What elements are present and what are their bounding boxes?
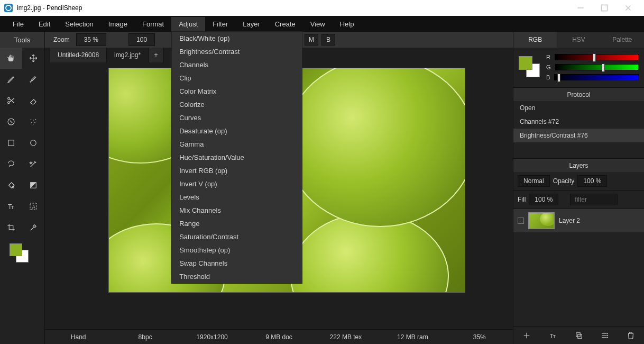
svg-rect-21 — [576, 332, 580, 337]
tool-eraser[interactable] — [22, 90, 44, 111]
g-label: G — [546, 64, 551, 70]
tool-text-box[interactable]: A — [22, 196, 44, 217]
fill-label: Fill — [518, 196, 526, 203]
svg-point-13 — [31, 140, 36, 146]
menubar: File Edit Selection Image Format Adjust … — [0, 16, 644, 32]
tool-pencil[interactable] — [0, 69, 22, 90]
adjust-mix-channels[interactable]: Mix Channels — [172, 204, 302, 217]
status-tool: Hand — [45, 333, 112, 341]
adjust-invert-v[interactable]: Invert V (op) — [172, 177, 302, 191]
menu-adjust[interactable]: Adjust Black/White (op) Brightness/Contr… — [171, 17, 205, 31]
document-tab-add[interactable]: + — [149, 48, 164, 62]
document-tab-untitled[interactable]: Untitled-26008 — [50, 48, 107, 62]
panel-fg-swatch[interactable] — [519, 56, 532, 70]
tool-brush[interactable] — [22, 69, 44, 90]
menu-layer[interactable]: Layer — [235, 17, 268, 31]
menu-image[interactable]: Image — [101, 17, 135, 31]
menu-format[interactable]: Format — [135, 17, 171, 31]
tool-move[interactable] — [22, 48, 44, 69]
adjust-brightness-contrast[interactable]: Brightness/Contrast — [172, 45, 302, 58]
adjust-invert-rgb[interactable]: Invert RGB (op) — [172, 164, 302, 177]
adjust-desaturate[interactable]: Desaturate (op) — [172, 124, 302, 138]
menu-file[interactable]: File — [5, 17, 31, 31]
menu-edit[interactable]: Edit — [31, 17, 58, 31]
opacity-label: Opacity — [553, 177, 575, 185]
tool-scissors[interactable] — [0, 90, 22, 111]
layer-row[interactable]: Layer 2 — [513, 209, 644, 232]
svg-rect-1 — [601, 5, 607, 11]
zoom-100-button[interactable]: 100 — [128, 33, 155, 46]
adjust-black-white[interactable]: Black/White (op) — [172, 32, 302, 45]
layer-settings-button[interactable] — [592, 327, 618, 344]
tool-eyedropper[interactable] — [22, 217, 44, 238]
tool-text[interactable]: TT — [0, 196, 22, 217]
tool-color-swatches[interactable] — [0, 238, 44, 268]
adjust-color-matrix[interactable]: Color Matrix — [172, 85, 302, 98]
menu-filter[interactable]: Filter — [205, 17, 235, 31]
tools-panel: Tools TT A — [0, 32, 45, 344]
color-tab-palette[interactable]: Palette — [601, 32, 644, 48]
layer-visibility-checkbox[interactable] — [518, 218, 524, 224]
zoom-value[interactable]: 35 % — [76, 33, 106, 46]
foreground-color-swatch[interactable] — [10, 243, 22, 256]
svg-point-11 — [33, 124, 34, 125]
layer-name: Layer 2 — [559, 217, 580, 224]
layer-thumbnail[interactable] — [528, 212, 555, 229]
layer-add-button[interactable] — [513, 327, 539, 344]
tool-smudge[interactable] — [0, 111, 22, 132]
adjust-smoothstep[interactable]: Smoothstep (op) — [172, 243, 302, 257]
color-tab-hsv[interactable]: HSV — [557, 32, 600, 48]
tool-hand[interactable] — [0, 48, 22, 69]
opacity-value[interactable]: 100 % — [577, 175, 607, 187]
adjust-range[interactable]: Range — [172, 217, 302, 230]
layer-duplicate-button[interactable] — [566, 327, 592, 344]
adjust-threshold[interactable]: Threshold — [172, 270, 302, 283]
protocol-item-open[interactable]: Open — [513, 101, 644, 115]
panel-color-swatches[interactable] — [519, 56, 541, 78]
menu-help[interactable]: Help — [333, 17, 362, 31]
protocol-item-brightness[interactable]: Brightness/Contrast #76 — [513, 129, 644, 142]
tool-lasso[interactable] — [0, 153, 22, 175]
r-slider[interactable] — [555, 54, 639, 60]
adjust-colorize[interactable]: Colorize — [172, 98, 302, 111]
document-tab-img2[interactable]: img2.jpg* — [107, 48, 149, 62]
protocol-list: Open Channels #72 Brightness/Contrast #7… — [513, 101, 644, 142]
tool-bucket[interactable] — [0, 175, 22, 196]
color-tab-rgb[interactable]: RGB — [513, 32, 557, 48]
menu-adjust-label: Adjust — [179, 20, 198, 28]
protocol-item-channels[interactable]: Channels #72 — [513, 115, 644, 129]
adjust-channels[interactable]: Channels — [172, 58, 302, 71]
layers-header: Layers — [513, 158, 644, 172]
tool-crop[interactable] — [0, 217, 22, 238]
tool-gradient[interactable] — [22, 175, 44, 196]
adjust-gamma[interactable]: Gamma — [172, 138, 302, 151]
tool-noise[interactable] — [22, 111, 44, 132]
fill-value[interactable]: 100 % — [529, 194, 558, 205]
zoom-label: Zoom — [50, 36, 73, 43]
align-bottom-button[interactable]: B — [321, 34, 335, 46]
window-maximize-button[interactable] — [592, 0, 616, 16]
menu-create[interactable]: Create — [268, 17, 303, 31]
tool-ellipse-select[interactable] — [22, 132, 44, 153]
status-zoom: 35% — [446, 333, 513, 341]
adjust-curves[interactable]: Curves — [172, 111, 302, 124]
layer-text-button[interactable]: TT — [539, 327, 565, 344]
window-minimize-button[interactable] — [568, 0, 592, 16]
adjust-levels[interactable]: Levels — [172, 191, 302, 204]
g-slider[interactable] — [555, 64, 639, 70]
b-slider[interactable] — [554, 74, 639, 80]
layer-delete-button[interactable] — [618, 327, 644, 344]
blend-mode-select[interactable]: Normal — [518, 175, 550, 187]
tool-magic-wand[interactable] — [22, 153, 44, 175]
tools-header: Tools — [0, 32, 44, 48]
adjust-swap-channels[interactable]: Swap Channels — [172, 257, 302, 270]
layer-filter-input[interactable] — [570, 194, 618, 205]
window-close-button[interactable] — [616, 0, 640, 16]
menu-selection[interactable]: Selection — [58, 17, 100, 31]
adjust-clip[interactable]: Clip — [172, 71, 302, 85]
tool-rect-select[interactable] — [0, 132, 22, 153]
adjust-hue-saturation-value[interactable]: Hue/Saturation/Value — [172, 151, 302, 164]
adjust-saturation-contrast[interactable]: Saturation/Contrast — [172, 230, 302, 243]
align-middle-button[interactable]: M — [305, 34, 318, 46]
menu-view[interactable]: View — [303, 17, 333, 31]
